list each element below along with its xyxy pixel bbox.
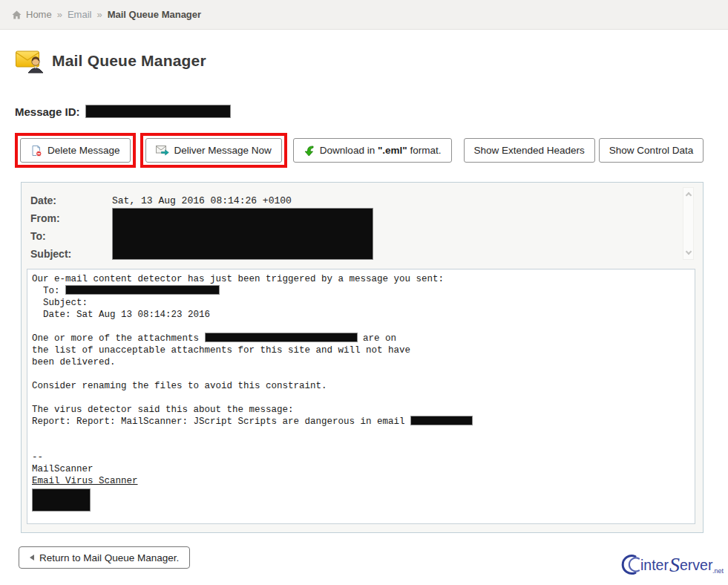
redacted-recipient xyxy=(65,285,220,295)
body-line: To: xyxy=(32,285,690,297)
return-to-mail-queue-button[interactable]: Return to Mail Queue Manager. xyxy=(19,546,190,569)
interserver-logo: inter S erver .net xyxy=(620,552,724,578)
subject-label: Subject: xyxy=(30,248,112,260)
download-label-suffix: format. xyxy=(407,145,442,156)
body-line: been delivered. xyxy=(32,356,690,368)
delete-message-label: Delete Message xyxy=(47,145,120,156)
body-blank-line xyxy=(32,321,690,333)
footer: Return to Mail Queue Manager. inter S er… xyxy=(15,546,728,585)
body-attach-prefix: One or more of the attachments xyxy=(32,333,205,344)
chevron-up-icon[interactable] xyxy=(686,192,692,198)
body-blank-line xyxy=(32,439,690,451)
redacted-from-to-subject xyxy=(112,208,373,260)
body-line: Our e-mail content detector has just bee… xyxy=(32,273,690,285)
message-id-row: Message ID: xyxy=(15,105,728,118)
date-label: Date: xyxy=(30,195,112,206)
deliver-message-now-button[interactable]: Deliver Message Now xyxy=(145,138,282,163)
show-extended-headers-button[interactable]: Show Extended Headers xyxy=(464,138,595,163)
toolbar: Delete Message Deliver Message Now Downl… xyxy=(15,133,728,168)
body-line: Date: Sat Aug 13 08:14:23 2016 xyxy=(32,309,690,321)
body-attach-suffix: are on xyxy=(358,333,397,344)
document-remove-icon xyxy=(30,145,42,157)
headers-scrollbar[interactable] xyxy=(683,187,694,260)
to-label: To: xyxy=(30,230,112,242)
from-label: From: xyxy=(30,212,112,224)
download-label-prefix: Download in xyxy=(320,145,378,156)
redacted-email-name xyxy=(410,416,473,425)
download-label-ext: ".eml" xyxy=(378,145,407,156)
redacted-message-id xyxy=(85,105,231,118)
body-line: Report: Report: MailScanner: JScript Scr… xyxy=(32,416,690,428)
body-line: The virus detector said this about the m… xyxy=(32,404,690,416)
annotation-box-delete: Delete Message xyxy=(15,133,136,168)
body-line: Subject: xyxy=(32,297,690,309)
chevron-down-icon[interactable] xyxy=(686,249,692,255)
body-blank-line xyxy=(32,392,690,404)
message-body: Our e-mail content detector has just bee… xyxy=(27,269,695,524)
breadcrumb-home-link[interactable]: Home xyxy=(26,9,52,20)
breadcrumb-separator: » xyxy=(57,9,62,20)
redacted-signature-url xyxy=(32,488,91,512)
logo-text-tld: .net xyxy=(712,567,724,575)
breadcrumb-current: Mail Queue Manager xyxy=(108,9,201,20)
breadcrumb-bar: Home » Email » Mail Queue Manager xyxy=(0,0,728,30)
breadcrumb-separator: » xyxy=(96,9,102,20)
annotation-box-deliver: Deliver Message Now xyxy=(140,133,287,168)
breadcrumb-email-link[interactable]: Email xyxy=(68,9,92,20)
page-title: Mail Queue Manager xyxy=(52,52,206,70)
message-headers: Date: Sat, 13 Aug 2016 08:14:26 +0100 Fr… xyxy=(22,183,703,269)
left-triangle-icon xyxy=(30,555,34,561)
message-id-label: Message ID: xyxy=(15,105,80,118)
logo-text-erver: erver xyxy=(680,557,713,573)
logo-text-s: S xyxy=(669,553,680,576)
body-line: MailScanner xyxy=(32,463,690,475)
body-line: -- xyxy=(32,451,690,463)
show-control-data-button[interactable]: Show Control Data xyxy=(599,138,704,163)
body-line: Consider renaming the files to avoid thi… xyxy=(32,380,690,392)
page-title-row: Mail Queue Manager xyxy=(15,48,728,73)
envelope-send-icon xyxy=(156,146,169,156)
redacted-attachments xyxy=(205,333,358,342)
delete-message-button[interactable]: Delete Message xyxy=(20,138,131,163)
body-line: One or more of the attachments are on xyxy=(32,333,690,344)
deliver-message-now-label: Deliver Message Now xyxy=(174,145,272,156)
body-signature-link: Email Virus Scanner xyxy=(32,475,690,487)
logo-text-inter: inter xyxy=(640,557,669,573)
message-panel: Date: Sat, 13 Aug 2016 08:14:26 +0100 Fr… xyxy=(21,182,704,533)
body-report-prefix: Report: Report: MailScanner: JScript Scr… xyxy=(32,416,410,427)
body-blank-line xyxy=(32,428,690,439)
return-button-label: Return to Mail Queue Manager. xyxy=(39,552,179,563)
header-row-date: Date: Sat, 13 Aug 2016 08:14:26 +0100 xyxy=(30,192,703,209)
date-value: Sat, 13 Aug 2016 08:14:26 +0100 xyxy=(112,195,292,206)
download-eml-button[interactable]: Download in ".eml" format. xyxy=(293,138,452,163)
body-blank-line xyxy=(32,368,690,380)
show-extended-headers-label: Show Extended Headers xyxy=(474,145,585,156)
body-line: the list of unacceptable attachments for… xyxy=(32,344,690,356)
show-control-data-label: Show Control Data xyxy=(609,145,693,156)
body-to-prefix: To: xyxy=(32,286,65,296)
mail-envelope-person-icon xyxy=(15,48,45,73)
green-download-arrow-icon xyxy=(304,145,315,157)
home-icon[interactable] xyxy=(12,10,22,19)
